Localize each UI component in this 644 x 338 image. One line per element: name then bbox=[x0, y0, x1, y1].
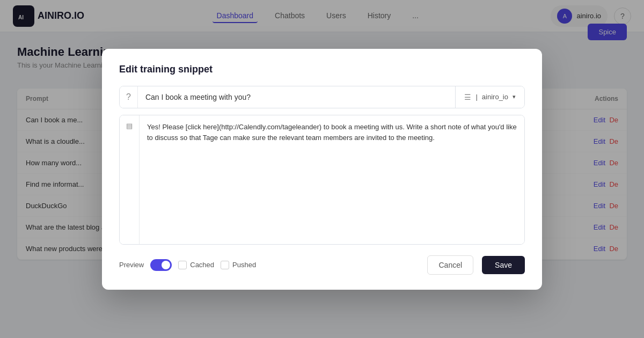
cached-text: Cached bbox=[190, 261, 214, 269]
pushed-checkbox[interactable] bbox=[221, 261, 229, 269]
answer-row: ▤ Yes! Please [click here](http://Calend… bbox=[119, 115, 525, 245]
modal-overlay[interactable]: Edit training snippet ? ☰ | ainiro_io ▾ … bbox=[0, 0, 644, 338]
cached-label[interactable]: Cached bbox=[178, 261, 214, 269]
answer-textarea[interactable]: Yes! Please [click here](http://Calendly… bbox=[140, 115, 524, 244]
question-mark-icon: ? bbox=[126, 92, 131, 102]
pushed-label[interactable]: Pushed bbox=[221, 261, 256, 269]
cached-checkbox[interactable] bbox=[178, 261, 187, 269]
edit-modal: Edit training snippet ? ☰ | ainiro_io ▾ … bbox=[102, 49, 542, 290]
modal-title: Edit training snippet bbox=[119, 64, 525, 75]
list-icon: ☰ bbox=[464, 93, 471, 101]
question-row: ? ☰ | ainiro_io ▾ bbox=[119, 86, 525, 108]
toggle-knob bbox=[162, 261, 170, 269]
answer-icon-area: ▤ bbox=[120, 115, 140, 244]
preview-label: Preview bbox=[119, 261, 144, 269]
cancel-button[interactable]: Cancel bbox=[427, 255, 473, 275]
source-value: ainiro_io bbox=[482, 93, 508, 101]
answer-icon: ▤ bbox=[126, 122, 133, 130]
chevron-down-icon: ▾ bbox=[513, 93, 516, 100]
app-container: AI AINIRO.IO Dashboard Chatbots Users Hi… bbox=[0, 0, 644, 338]
source-selector[interactable]: ☰ | ainiro_io ▾ bbox=[455, 86, 524, 108]
modal-footer-left: Preview Cached Pushed bbox=[119, 259, 419, 271]
question-icon: ? bbox=[120, 86, 138, 108]
source-separator: | bbox=[475, 93, 477, 101]
question-input[interactable] bbox=[138, 86, 456, 108]
save-button[interactable]: Save bbox=[482, 256, 525, 274]
preview-toggle[interactable] bbox=[150, 259, 172, 271]
modal-footer: Preview Cached Pushed Cancel Save bbox=[119, 255, 525, 275]
pushed-text: Pushed bbox=[232, 261, 256, 269]
